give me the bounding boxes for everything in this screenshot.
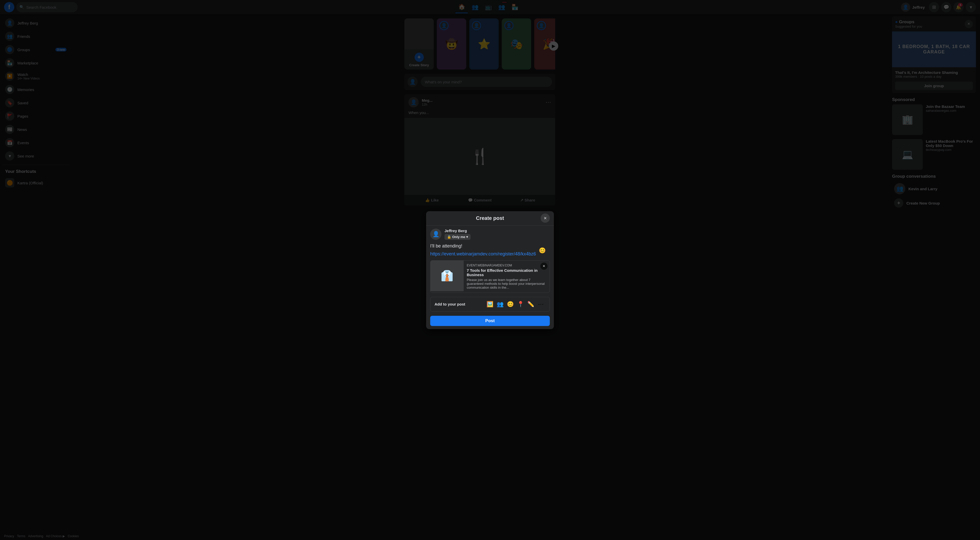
audience-selector-button[interactable]: 🔒 Only me ▾	[444, 234, 471, 240]
modal-overlay[interactable]: Create post × 👤 Jeffrey Berg 🔒 Only me ▾…	[0, 0, 980, 540]
post-submit-button[interactable]: Post	[430, 316, 550, 326]
preview-source: EVENT.WEBINARJAMDEV.COM	[467, 264, 546, 267]
modal-user-info: Jeffrey Berg 🔒 Only me ▾	[444, 229, 471, 240]
modal-close-button[interactable]: ×	[541, 213, 550, 223]
tag-people-button[interactable]: 👥	[495, 299, 504, 309]
modal-header: Create post ×	[426, 211, 554, 226]
modal-body: 👤 Jeffrey Berg 🔒 Only me ▾ I'll be atten…	[426, 226, 554, 329]
preview-close-button[interactable]: ×	[540, 263, 547, 270]
post-text-area: I'll be attending! https://event.webinar…	[430, 243, 550, 258]
lock-icon: 🔒	[447, 235, 451, 239]
audience-label: Only me	[452, 235, 465, 239]
modal-user-row: 👤 Jeffrey Berg 🔒 Only me ▾	[430, 229, 550, 240]
pencil-button[interactable]: ✏️	[526, 299, 535, 309]
preview-description: Please join us as we learn together abou…	[467, 278, 546, 290]
more-options-button[interactable]: ⋯	[536, 299, 546, 309]
create-post-modal: Create post × 👤 Jeffrey Berg 🔒 Only me ▾…	[426, 211, 554, 329]
preview-image: 👔	[430, 261, 464, 291]
chevron-down-icon: ▾	[466, 235, 468, 239]
modal-title: Create post	[476, 215, 504, 221]
location-button[interactable]: 📍	[516, 299, 525, 309]
emoji-picker-button[interactable]: 😊	[538, 246, 547, 255]
modal-post-text: I'll be attending!	[430, 243, 550, 249]
preview-title: 7 Tools for Effective Communication in B…	[467, 268, 546, 277]
feeling-activity-button[interactable]: 😊	[506, 299, 515, 309]
modal-post-link[interactable]: https://event.webinarjamdev.com/register…	[430, 251, 550, 257]
link-preview-card: 👔 EVENT.WEBINARJAMDEV.COM 7 Tools for Ef…	[430, 260, 550, 293]
add-to-post-label: Add to your post	[434, 302, 465, 306]
add-to-post-row: Add to your post 🖼️ 👥 😊 📍 ✏️ ⋯	[430, 297, 550, 312]
modal-avatar: 👤	[430, 229, 441, 240]
preview-info: EVENT.WEBINARJAMDEV.COM 7 Tools for Effe…	[464, 261, 550, 293]
modal-username: Jeffrey Berg	[444, 229, 471, 233]
add-photo-button[interactable]: 🖼️	[485, 299, 494, 309]
add-icons: 🖼️ 👥 😊 📍 ✏️ ⋯	[485, 299, 546, 309]
